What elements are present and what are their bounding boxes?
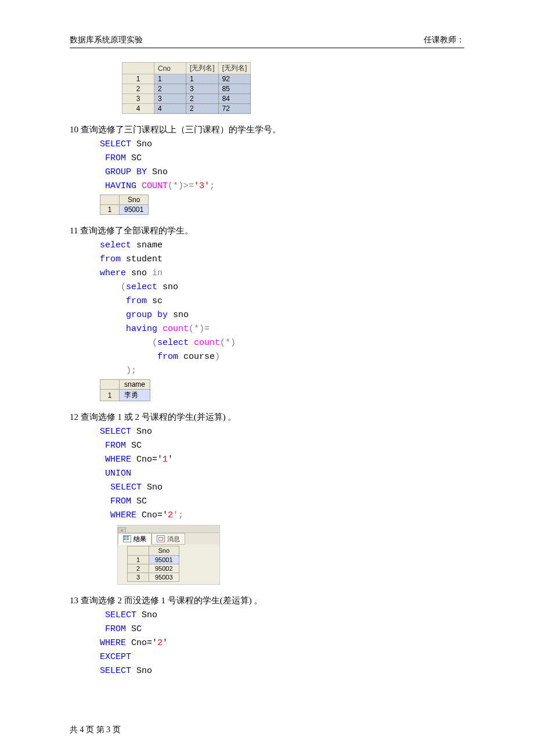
table-row: 44272 xyxy=(122,104,251,114)
q11-result: sname 1李勇 xyxy=(100,379,150,401)
tab-messages[interactable]: 消息 xyxy=(151,533,185,545)
result-tabs: 结果 消息 xyxy=(118,533,219,545)
scrollbar[interactable]: < xyxy=(118,525,219,533)
table-row: 11192 xyxy=(122,74,251,84)
q12-result-panel: < 结果 消息 Sno 195001 295002 395003 xyxy=(117,525,220,585)
q12-code: SELECT Sno FROM SC WHERE Cno='1' UNION S… xyxy=(100,425,464,523)
q11-title: 11 查询选修了全部课程的学生。 xyxy=(70,225,464,236)
col-blank xyxy=(122,63,154,74)
tab-results[interactable]: 结果 xyxy=(118,533,151,545)
col-sno: Sno xyxy=(120,195,149,205)
col-cno: Cno xyxy=(154,63,186,74)
page-header: 数据库系统原理实验 任课教师： xyxy=(70,35,464,48)
q13-title: 13 查询选修 2 而没选修 1 号课程的学生(差运算) 。 xyxy=(70,595,464,606)
col-noname2: [无列名] xyxy=(218,63,251,74)
q12-title: 12 查询选修 1 或 2 号课程的学生(并运算) 。 xyxy=(70,412,464,423)
table-row: 22385 xyxy=(122,84,251,94)
col-sname: sname xyxy=(120,380,150,390)
message-icon xyxy=(157,535,165,542)
page-footer: 共 4 页 第 3 页 xyxy=(70,725,121,735)
q10-title: 10 查询选修了三门课程以上（三门课程）的学生学号。 xyxy=(70,124,464,135)
table-row: 33284 xyxy=(122,94,251,104)
header-left: 数据库系统原理实验 xyxy=(70,35,143,45)
page: 数据库系统原理实验 任课教师： Cno [无列名] [无列名] 11192 22… xyxy=(0,0,534,756)
q11-code: select sname from student where sno in (… xyxy=(100,239,464,378)
q10-result: Sno 195001 xyxy=(100,195,149,215)
col-sno: Sno xyxy=(149,546,179,555)
q10-code: SELECT Sno FROM SC GROUP BY Sno HAVING C… xyxy=(100,138,464,193)
top-result-table: Cno [无列名] [无列名] 11192 22385 33284 44272 xyxy=(122,62,251,114)
q13-code: SELECT Sno FROM SC WHERE Cno='2' EXCEPT … xyxy=(100,609,464,678)
grid-icon xyxy=(123,535,131,542)
header-right: 任课教师： xyxy=(424,35,464,45)
q12-result-table: Sno 195001 295002 395003 xyxy=(127,546,179,582)
col-noname1: [无列名] xyxy=(186,63,219,74)
